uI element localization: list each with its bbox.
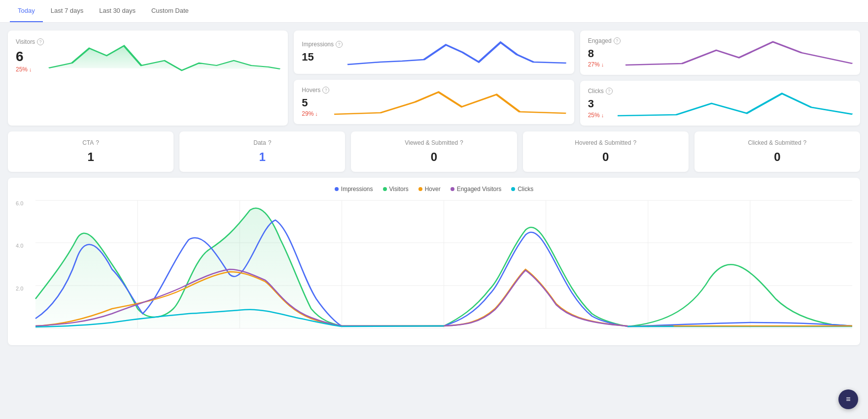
top-cards-row: Visitors ? 6 25% ↓ [8, 31, 860, 126]
y-axis-labels: 6.0 4.0 2.0 [16, 200, 33, 328]
cta-help-icon[interactable]: ? [96, 139, 99, 146]
y-label-4: 4.0 [16, 243, 33, 249]
data-card: Data ? 1 [179, 131, 345, 172]
data-help-icon[interactable]: ? [268, 139, 272, 146]
visitors-arrow-icon: ↓ [29, 66, 32, 72]
chart-legend: Impressions Visitors Hover Engaged Visit… [16, 186, 852, 193]
impressions-help-icon[interactable]: ? [336, 41, 343, 48]
cta-label: CTA ? [16, 139, 166, 146]
impressions-card: Impressions ? 15 [294, 31, 574, 74]
impressions-label: Impressions ? [302, 41, 343, 48]
chart-area: 6.0 4.0 2.0 [16, 200, 852, 328]
clicks-sparkline [618, 89, 852, 118]
visitors-change: 25% ↓ [16, 66, 44, 73]
clicks-arrow-icon: ↓ [601, 112, 604, 118]
data-value[interactable]: 1 [187, 150, 337, 164]
right-metrics-col: Engaged ? 8 27% ↓ [580, 31, 860, 126]
engaged-label: Engaged ? [588, 37, 621, 44]
clicked-submitted-value: 0 [702, 150, 852, 164]
main-chart-card: Impressions Visitors Hover Engaged Visit… [8, 178, 860, 345]
dashboard: Visitors ? 6 25% ↓ [0, 23, 868, 353]
engaged-help-icon[interactable]: ? [614, 37, 621, 44]
hovered-submitted-value: 0 [531, 150, 681, 164]
visitors-label: Visitors ? [16, 38, 44, 45]
hovers-value: 5 [302, 97, 329, 109]
legend-hover: Hover [418, 186, 441, 193]
visitors-legend-dot [383, 187, 387, 191]
engaged-arrow-icon: ↓ [601, 62, 604, 67]
hovers-sparkline [334, 87, 566, 117]
viewed-submitted-card: Viewed & Submitted ? 0 [351, 131, 517, 172]
viewed-submitted-label: Viewed & Submitted ? [359, 139, 509, 146]
clicks-help-icon[interactable]: ? [606, 88, 613, 95]
hovered-submitted-label: Hovered & Submitted ? [531, 139, 681, 146]
engaged-change: 27% ↓ [588, 61, 621, 68]
viewed-submitted-value: 0 [359, 150, 509, 164]
impressions-legend-dot [335, 187, 339, 191]
y-label-6: 6.0 [16, 200, 33, 206]
clicks-legend-label: Clicks [518, 186, 533, 193]
clicked-submitted-card: Clicked & Submitted ? 0 [694, 131, 860, 172]
engaged-card: Engaged ? 8 27% ↓ [580, 31, 860, 75]
hovers-arrow-icon: ↓ [315, 111, 318, 117]
y-label-2: 2.0 [16, 286, 33, 291]
clicks-legend-dot [511, 187, 515, 191]
engaged-legend-label: Engaged Visitors [457, 186, 502, 193]
engaged-sparkline [625, 38, 852, 67]
hovered-submitted-help-icon[interactable]: ? [633, 139, 636, 146]
hover-legend-label: Hover [425, 186, 441, 193]
cta-card: CTA ? 1 [8, 131, 174, 172]
tab-last30[interactable]: Last 30 days [91, 0, 143, 22]
stat-cards-row: CTA ? 1 Data ? 1 Viewed & Submitted ? 0 … [8, 131, 860, 172]
clicks-card: Clicks ? 3 25% ↓ [580, 81, 860, 125]
visitors-card: Visitors ? 6 25% ↓ [8, 31, 288, 126]
engaged-legend-dot [451, 187, 454, 191]
visitors-sparkline [49, 38, 280, 78]
visitors-help-icon[interactable]: ? [37, 38, 44, 45]
impressions-value: 15 [302, 51, 343, 64]
hovers-help-icon[interactable]: ? [322, 87, 329, 94]
hovers-card: Hovers ? 5 29% ↓ [294, 80, 574, 124]
clicks-change: 25% ↓ [588, 112, 613, 119]
hovered-submitted-card: Hovered & Submitted ? 0 [523, 131, 689, 172]
legend-engaged: Engaged Visitors [451, 186, 502, 193]
legend-clicks: Clicks [511, 186, 533, 193]
tab-today[interactable]: Today [10, 0, 43, 22]
impressions-sparkline [347, 37, 566, 67]
clicks-label: Clicks ? [588, 88, 613, 95]
data-label: Data ? [187, 139, 337, 146]
hover-legend-dot [418, 187, 422, 191]
chart-svg-container [35, 200, 852, 328]
engaged-value: 8 [588, 47, 621, 60]
nav-bar: Today Last 7 days Last 30 days Custom Da… [0, 0, 868, 23]
clicked-submitted-help-icon[interactable]: ? [803, 139, 807, 146]
legend-visitors: Visitors [383, 186, 409, 193]
visitors-value: 6 [16, 48, 44, 65]
tab-custom[interactable]: Custom Date [143, 0, 197, 22]
hovers-change: 29% ↓ [302, 110, 329, 117]
legend-impressions: Impressions [335, 186, 373, 193]
impressions-legend-label: Impressions [341, 186, 373, 193]
hovers-label: Hovers ? [302, 87, 329, 94]
tab-last7[interactable]: Last 7 days [43, 0, 92, 22]
clicked-submitted-label: Clicked & Submitted ? [702, 139, 852, 146]
visitors-legend-label: Visitors [389, 186, 409, 193]
clicks-value: 3 [588, 97, 613, 110]
middle-metrics-col: Impressions ? 15 Hovers ? [294, 31, 574, 126]
viewed-submitted-help-icon[interactable]: ? [460, 139, 463, 146]
cta-value: 1 [16, 150, 166, 164]
